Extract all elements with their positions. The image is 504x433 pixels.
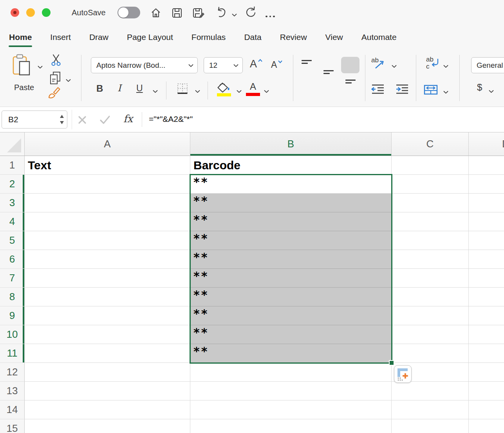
cell-C14[interactable] (392, 400, 469, 419)
cell-B5[interactable]: ** (190, 231, 392, 250)
column-header-D[interactable]: D (469, 132, 504, 156)
fill-color-chevron-icon[interactable] (237, 88, 242, 95)
cell-D10[interactable] (469, 325, 504, 344)
row-header-12[interactable]: 12 (0, 363, 25, 382)
cell-C1[interactable] (392, 156, 469, 175)
column-header-B[interactable]: B (190, 132, 392, 156)
cancel-entry-icon[interactable] (77, 115, 87, 127)
cell-B2[interactable]: ** (190, 175, 392, 194)
text-orientation-icon[interactable]: ab (371, 56, 387, 70)
row-header-15[interactable]: 15 (0, 419, 25, 433)
cell-B6[interactable]: ** (190, 250, 392, 269)
cell-B11[interactable]: ** (190, 344, 392, 363)
cell-A9[interactable] (25, 306, 190, 325)
orientation-chevron-icon[interactable] (392, 63, 397, 70)
cell-B12[interactable] (190, 363, 392, 382)
cell-A10[interactable] (25, 325, 190, 344)
cell-D7[interactable] (469, 269, 504, 288)
cell-C2[interactable] (392, 175, 469, 194)
cell-C15[interactable] (392, 419, 469, 433)
cell-C7[interactable] (392, 269, 469, 288)
cell-A13[interactable] (25, 382, 190, 400)
cell-D15[interactable] (469, 419, 504, 433)
fill-color-icon[interactable] (216, 82, 232, 99)
undo-icon[interactable] (215, 6, 227, 19)
row-header-11[interactable]: 11 (0, 344, 25, 363)
cell-D13[interactable] (469, 382, 504, 400)
undo-chevron-icon[interactable] (232, 11, 237, 18)
italic-button[interactable]: I (117, 83, 121, 94)
save-icon[interactable] (171, 7, 183, 19)
cell-C3[interactable] (392, 194, 469, 212)
minimize-window-button[interactable] (26, 8, 35, 17)
cell-D6[interactable] (469, 250, 504, 269)
borders-chevron-icon[interactable] (195, 88, 200, 95)
cell-D8[interactable] (469, 288, 504, 306)
cell-A7[interactable] (25, 269, 190, 288)
row-header-10[interactable]: 10 (0, 325, 25, 344)
fill-handle[interactable] (389, 360, 394, 366)
font-color-chevron-icon[interactable] (264, 88, 269, 95)
cell-B10[interactable]: ** (190, 325, 392, 344)
tab-home[interactable]: Home (9, 25, 32, 49)
cell-B15[interactable] (190, 419, 392, 433)
cell-B4[interactable]: ** (190, 212, 392, 231)
cell-A6[interactable] (25, 250, 190, 269)
cell-D9[interactable] (469, 306, 504, 325)
format-painter-icon[interactable] (47, 86, 61, 100)
more-commands-icon[interactable] (266, 12, 277, 19)
row-header-3[interactable]: 3 (0, 194, 25, 212)
cell-B8[interactable]: ** (190, 288, 392, 306)
cell-C8[interactable] (392, 288, 469, 306)
name-box-spinner-icon[interactable] (60, 114, 64, 125)
row-header-13[interactable]: 13 (0, 382, 25, 400)
merge-chevron-icon[interactable] (443, 89, 448, 96)
cell-A5[interactable] (25, 231, 190, 250)
cell-D14[interactable] (469, 400, 504, 419)
redo-icon[interactable] (245, 6, 257, 19)
cell-A12[interactable] (25, 363, 190, 382)
cell-A3[interactable] (25, 194, 190, 212)
row-header-1[interactable]: 1 (0, 156, 25, 175)
grow-font-button[interactable]: A (250, 58, 262, 70)
cell-A4[interactable] (25, 212, 190, 231)
cell-A2[interactable] (25, 175, 190, 194)
confirm-entry-icon[interactable] (99, 115, 110, 126)
font-size-combobox[interactable]: 12 (204, 57, 243, 73)
row-header-2[interactable]: 2 (0, 175, 25, 194)
borders-icon[interactable] (177, 83, 188, 96)
row-header-4[interactable]: 4 (0, 212, 25, 231)
column-header-A[interactable]: A (25, 132, 190, 156)
number-format-combobox[interactable]: General (471, 57, 504, 73)
row-header-7[interactable]: 7 (0, 269, 25, 288)
row-header-5[interactable]: 5 (0, 231, 25, 250)
close-window-button[interactable] (11, 8, 19, 17)
column-header-C[interactable]: C (392, 132, 469, 156)
paste-label[interactable]: Paste (14, 83, 34, 92)
formula-input[interactable]: ="*"&A2&"*" (149, 114, 193, 124)
cell-B1[interactable]: Barcode (190, 156, 392, 175)
increase-indent-icon[interactable] (395, 84, 410, 96)
cell-D2[interactable] (469, 175, 504, 194)
tab-review[interactable]: Review (280, 25, 307, 49)
cut-icon[interactable] (50, 54, 62, 68)
cell-D4[interactable] (469, 212, 504, 231)
cell-D3[interactable] (469, 194, 504, 212)
cell-C9[interactable] (392, 306, 469, 325)
tab-automate[interactable]: Automate (361, 25, 397, 49)
shrink-font-button[interactable]: A (271, 60, 282, 70)
font-name-combobox[interactable]: Aptos Narrow (Bod... (91, 57, 198, 73)
tab-draw[interactable]: Draw (89, 25, 108, 49)
cell-C4[interactable] (392, 212, 469, 231)
row-header-6[interactable]: 6 (0, 250, 25, 269)
accounting-chevron-icon[interactable] (489, 88, 494, 95)
cell-C5[interactable] (392, 231, 469, 250)
underline-chevron-icon[interactable] (153, 88, 158, 95)
paste-icon[interactable] (12, 53, 31, 78)
font-color-icon[interactable]: A (246, 82, 260, 96)
decrease-indent-icon[interactable] (370, 84, 385, 96)
cell-A1[interactable]: Text (25, 156, 190, 175)
zoom-window-button[interactable] (42, 8, 51, 17)
bold-button[interactable]: B (96, 83, 103, 94)
cell-C10[interactable] (392, 325, 469, 344)
